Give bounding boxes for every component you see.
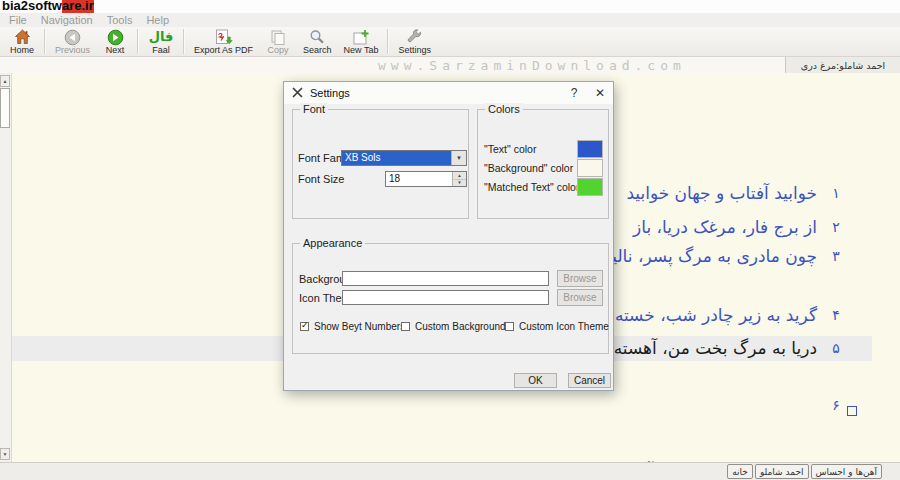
background-browse-button[interactable]: Browse [557,270,603,287]
menu-item[interactable]: Tools [107,13,133,27]
font-size-value[interactable]: 18 [386,172,452,186]
appearance-group: Appearance Background Browse Icon Theme … [292,243,609,354]
font-family-select[interactable]: XB Sols ▼ [341,150,467,166]
toolbar-button-search[interactable]: Search [297,27,338,56]
toolbar-button-label: Settings [398,45,431,55]
toolbar: Home Previous Next فال Faal Export As PD… [0,27,900,57]
scrollbar-thumb[interactable] [0,88,10,128]
toolbar-button-next[interactable]: Next [96,27,134,56]
color-swatch[interactable] [577,159,603,177]
toolbar-button-label: New Tab [344,45,379,55]
pdf-icon [214,29,233,45]
toolbar-button-label: Copy [268,45,289,55]
menu-bar: FileNavigationToolsHelp [0,13,900,27]
toolbar-separator [44,29,46,54]
reader-tab[interactable]: احمد شاملو:مرغ دری [785,57,900,73]
beyt-number: ۳ [825,244,847,269]
brand-text: bia2software.ir [0,0,900,12]
beyt-text: گرید به زیر چادر شب، خسته [615,303,817,328]
statusbar-tab[interactable]: خانه [727,464,753,479]
statusbar-tab[interactable]: آهن‌ها و احساس [811,464,882,479]
beyt-row[interactable]: ۶ [11,393,872,418]
vertical-scrollbar[interactable]: ▲ ▼ [0,73,12,462]
toolbar-button-label: Search [303,45,332,55]
checkbox-label: Show Beyt Numbers [314,321,405,332]
checkbox-box-icon[interactable] [505,322,514,331]
newtab-icon [352,29,370,45]
status-bar: خانهاحمد شاملوآهن‌ها و احساس [0,462,900,480]
toolbar-button-previous[interactable]: Previous [49,27,96,56]
toolbar-button-copy[interactable]: Copy [259,27,297,56]
brand-highlight: are.ir [62,0,94,13]
statusbar-tab[interactable]: احمد شاملو [755,464,809,479]
toolbar-button-faal[interactable]: فال Faal [142,27,180,56]
checkbox[interactable]: Custom Icon Theme [505,321,609,332]
beyt-text: چون مادری به مرگ پسر، نالید. [598,244,817,269]
spin-down-icon[interactable]: ▼ [453,180,466,187]
beyt-number: ۴ [825,303,847,328]
home-icon [14,29,31,45]
settings-dialog-icon [292,84,303,102]
font-size-stepper[interactable]: 18 ▲ ▼ [385,171,467,187]
beyt-number: ۲ [825,215,847,240]
checkbox-label: Custom Background [415,321,506,332]
checkbox-box-icon[interactable] [401,322,410,331]
color-swatch[interactable] [577,140,603,158]
dialog-title: Settings [310,87,561,99]
toolbar-button-label: Export As PDF [194,45,253,55]
settings-icon [406,29,423,45]
toolbar-button-home[interactable]: Home [3,27,41,56]
toolbar-button-new-tab[interactable]: New Tab [338,27,385,56]
previous-icon [64,29,81,45]
background-path-input[interactable] [342,271,549,286]
toolbar-separator [137,29,139,54]
faal-icon: فال [149,29,174,45]
menu-item[interactable]: Navigation [41,13,93,27]
cancel-button[interactable]: Cancel [568,373,611,388]
scroll-down-icon[interactable]: ▼ [0,448,10,460]
color-row-label: "Background" color [484,162,573,174]
dialog-title-bar[interactable]: Settings ? ✕ [284,82,613,104]
toolbar-button-settings[interactable]: Settings [392,27,437,56]
dialog-help-button[interactable]: ? [561,82,587,104]
next-icon [107,29,124,45]
colors-group: Colors "Text" color "Background" color "… [477,109,609,219]
font-group: Font Font Family XB Sols ▼ Font Size 18 … [292,109,469,219]
color-row: "Background" color [484,159,603,178]
toolbar-button-label: Previous [55,45,90,55]
beyt-text: از برج فار، مرغک دریا، باز [633,215,817,240]
copy-icon [270,29,286,45]
ok-button[interactable]: OK [514,373,557,388]
color-row-label: "Text" color [484,143,536,155]
checkbox[interactable]: Show Beyt Numbers [300,321,405,332]
reader-tab-strip: www.SarzaminDownload.com احمد شاملو:مرغ … [0,57,900,74]
toolbar-button-label: Next [106,45,125,55]
icon-theme-path-input[interactable] [342,290,549,305]
font-group-label: Font [300,103,328,115]
toolbar-button-label: Faal [152,45,170,55]
toolbar-separator [183,29,185,54]
icon-theme-browse-button[interactable]: Browse [557,289,603,306]
checkbox[interactable]: Custom Background [401,321,506,332]
scroll-up-icon[interactable]: ▲ [0,75,10,87]
checkbox-label: Custom Icon Theme [519,321,609,332]
font-size-label: Font Size [298,173,344,185]
toolbar-button-export-as-pdf[interactable]: Export As PDF [188,27,259,56]
checkbox-box-icon[interactable] [300,322,309,331]
dialog-close-button[interactable]: ✕ [587,82,613,104]
spin-up-icon[interactable]: ▲ [453,172,466,180]
menu-item[interactable]: Help [146,13,169,27]
toolbar-button-label: Home [10,45,34,55]
watermark-text: www.SarzaminDownload.com [378,58,686,73]
chevron-down-icon[interactable]: ▼ [451,151,466,165]
toolbar-separator [387,29,389,54]
appearance-group-label: Appearance [300,237,365,249]
beyt-number: ۵ [825,336,847,361]
color-row-label: "Matched Text" color [484,181,579,193]
settings-dialog: Settings ? ✕ Font Font Family XB Sols ▼ … [283,81,614,391]
color-swatch[interactable] [577,178,603,196]
menu-item[interactable]: File [9,13,27,27]
color-row: "Text" color [484,140,603,159]
beyt-text: خوابید آفتاب و جهان خوابید [626,181,817,206]
empty-beyt-placeholder-icon [847,406,857,416]
